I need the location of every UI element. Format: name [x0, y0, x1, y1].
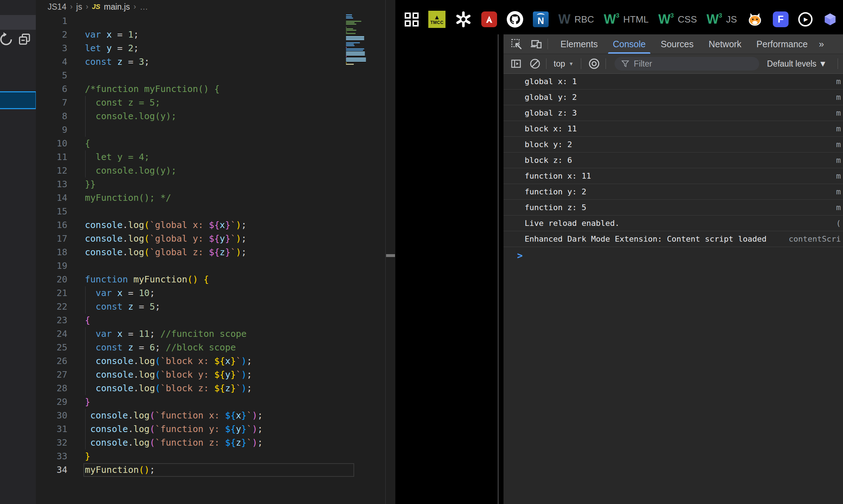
code-line[interactable]: 30 console.log(`function x: ${x}`); — [36, 409, 395, 422]
code-line[interactable]: 17console.log(`global y: ${y}`); — [36, 232, 395, 246]
source-link[interactable]: m — [836, 187, 841, 196]
bookmark-item[interactable]: ▲TMCC — [428, 11, 445, 28]
breadcrumb-folder[interactable]: js — [76, 2, 82, 12]
source-link[interactable]: m — [836, 156, 841, 165]
breadcrumb-file[interactable]: main.js — [104, 2, 130, 12]
code-line[interactable]: 20function myFunction() { — [36, 273, 395, 286]
bookmark-item[interactable]: W3CSS — [658, 13, 697, 26]
code-line[interactable]: 11 let y = 4; — [36, 150, 395, 164]
code-line[interactable]: 3let y = 2; — [36, 42, 395, 55]
selected-item-focus-box[interactable] — [0, 91, 37, 109]
code-line[interactable]: 4const z = 3; — [36, 55, 395, 69]
scrollbar-handle[interactable] — [386, 254, 395, 257]
source-link[interactable]: m — [836, 203, 841, 212]
code-line[interactable]: 23{ — [36, 314, 395, 327]
code-line[interactable]: 25 const z = 6; //block scope — [36, 341, 395, 354]
chatgpt-icon — [455, 11, 472, 28]
tab-console[interactable]: Console — [605, 34, 653, 54]
tab-sources[interactable]: Sources — [653, 34, 701, 54]
code-line[interactable]: 31 console.log(`function y: ${y}`); — [36, 422, 395, 436]
console-prompt[interactable]: > — [504, 247, 843, 264]
code-line[interactable]: 16console.log(`global x: ${x}`); — [36, 218, 395, 232]
tab-performance[interactable]: Performance — [749, 34, 815, 54]
code-line[interactable]: 24 var x = 11; //funciton scope — [36, 327, 395, 341]
code-line[interactable]: 2var x = 1; — [36, 28, 395, 42]
code-line[interactable]: 14myFunction(); */ — [36, 191, 395, 205]
refresh-icon[interactable] — [0, 31, 14, 48]
device-toolbar-icon[interactable] — [530, 38, 543, 50]
minimap-line — [346, 47, 347, 48]
devtools-splitter[interactable] — [498, 34, 498, 504]
inspect-element-icon[interactable] — [510, 38, 522, 50]
minimap-line — [346, 52, 365, 53]
console-message: block y: 2 — [525, 140, 572, 149]
code-line[interactable]: 5 — [36, 69, 395, 82]
bookmark-item[interactable]: N — [533, 11, 549, 27]
filter-input[interactable]: Filter — [615, 57, 759, 71]
console-row: Enhanced Dark Mode Extension: Content sc… — [504, 231, 843, 247]
context-selector[interactable]: top ▼ — [551, 59, 576, 69]
code-line[interactable]: 9 — [36, 123, 395, 137]
source-link[interactable]: m — [836, 171, 841, 180]
code-line[interactable]: 1 — [36, 14, 395, 28]
bookmark-item[interactable] — [822, 11, 838, 27]
code-line[interactable]: 29} — [36, 395, 395, 409]
bookmark-item[interactable] — [481, 11, 497, 27]
breadcrumb-root[interactable]: JS14 — [48, 2, 66, 12]
code-line[interactable]: 21 var x = 10; — [36, 286, 395, 300]
bookmark-item[interactable]: W3JS — [707, 13, 737, 26]
code-line[interactable]: 34myFunction(); — [36, 463, 395, 477]
code-line[interactable]: 6/*function myFunction() { — [36, 82, 395, 96]
code-line[interactable]: 12 console.log(y); — [36, 164, 395, 178]
breadcrumb-symbol-more[interactable]: … — [140, 2, 148, 12]
source-link[interactable]: contentScri — [789, 234, 841, 243]
tab-network[interactable]: Network — [701, 34, 749, 54]
source-link[interactable]: m — [836, 93, 841, 102]
console-message: global y: 2 — [525, 93, 577, 102]
code-line[interactable]: 13}} — [36, 178, 395, 191]
console-sidebar-icon[interactable] — [510, 58, 522, 69]
code-line[interactable]: 7 const z = 5; — [36, 96, 395, 110]
source-link[interactable]: m — [836, 108, 841, 117]
source-link[interactable]: m — [836, 124, 841, 133]
more-tabs-chevron[interactable]: » — [815, 39, 827, 50]
bookmark-item[interactable]: WRBC — [558, 12, 594, 27]
minimap[interactable] — [346, 13, 375, 67]
code-lines[interactable]: 12var x = 1;3let y = 2;4const z = 3;56/*… — [36, 14, 395, 477]
code-line[interactable]: 27 console.log(`block y: ${y}`); — [36, 368, 395, 382]
code-line[interactable]: 19 — [36, 259, 395, 273]
line-number: 25 — [36, 341, 67, 354]
log-levels-dropdown[interactable]: Default levels ▼ — [765, 59, 829, 69]
clear-console-icon[interactable] — [529, 58, 541, 70]
bookmark-item[interactable]: W3HTML — [604, 13, 649, 26]
code-line[interactable]: 18console.log(`global z: ${z}`); — [36, 246, 395, 259]
bookmark-item[interactable] — [507, 11, 523, 28]
code-line[interactable]: 28 console.log(`block z: ${z}`); — [36, 382, 395, 395]
source-link[interactable]: m — [836, 77, 841, 86]
code-line[interactable]: 26 console.log(`block x: ${x}`); — [36, 354, 395, 368]
code-line[interactable]: 8 console.log(y); — [36, 110, 395, 123]
bookmark-item[interactable] — [455, 11, 472, 28]
code-editor[interactable]: JS14 › js › JS main.js › … 12var x = 1;3… — [36, 0, 395, 504]
bookmark-item[interactable] — [405, 13, 419, 26]
bookmark-item[interactable]: F — [773, 11, 789, 27]
source-link[interactable]: m — [836, 140, 841, 149]
code-line[interactable]: 32 console.log(`function z: ${z}`); — [36, 436, 395, 450]
code-line[interactable]: 33} — [36, 450, 395, 463]
copy-pages-icon[interactable] — [17, 32, 32, 47]
bookmarks-bar[interactable]: ▲TMCCNWRBCW3HTMLW3CSSW3JSF▶ — [405, 9, 838, 29]
code-line[interactable]: 15 — [36, 205, 395, 218]
live-expression-eye-icon[interactable] — [588, 57, 601, 70]
bookmark-item[interactable]: ▶ — [798, 12, 813, 26]
console-message: Live reload enabled. — [525, 219, 620, 228]
breadcrumb[interactable]: JS14 › js › JS main.js › … — [48, 1, 148, 12]
code-line[interactable]: 10{ — [36, 137, 395, 150]
console-message: block x: 11 — [525, 124, 577, 133]
line-number: 18 — [36, 246, 67, 259]
source-link[interactable]: ( — [836, 219, 841, 228]
console-row: global z: 3m — [504, 105, 843, 121]
code-line[interactable]: 22 const z = 5; — [36, 300, 395, 314]
line-number: 7 — [36, 96, 67, 110]
tab-elements[interactable]: Elements — [553, 34, 605, 54]
bookmark-item[interactable] — [747, 11, 763, 28]
